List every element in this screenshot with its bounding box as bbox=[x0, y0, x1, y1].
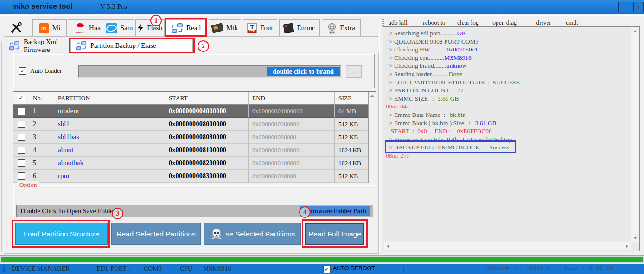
progress-fill bbox=[1, 257, 643, 262]
scroll-up-arrow[interactable] bbox=[631, 27, 639, 35]
annotation-step-2: 2 bbox=[198, 40, 209, 52]
loader-path-field[interactable]: double click to brand bbox=[78, 65, 341, 78]
tab-extra[interactable]: PTE Extra bbox=[322, 19, 361, 36]
globe-icon: PTE bbox=[327, 23, 337, 34]
table-scrollbar[interactable] bbox=[368, 92, 376, 183]
table-row[interactable]: 4 aboot 0x000000008100000 0x000000010000… bbox=[13, 144, 368, 157]
status-cpu-label: CPU : bbox=[180, 265, 196, 273]
tab-emmc[interactable]: Emmc bbox=[279, 19, 320, 36]
log-line: START : 0x0 END : 0xE6FFBC00 bbox=[389, 127, 628, 135]
statusbar-grip[interactable] bbox=[3, 265, 5, 272]
row-checkbox[interactable] bbox=[18, 108, 25, 115]
menu-grip[interactable] bbox=[382, 19, 384, 26]
erase-selected-partitions-button[interactable]: se Selected Partitions bbox=[204, 223, 301, 245]
col-header-no: No. bbox=[29, 92, 54, 105]
tab-sam[interactable]: Sam bbox=[104, 19, 134, 36]
menu-cmd[interactable]: cmd: bbox=[566, 19, 578, 26]
status-edl-port-value: COM3 bbox=[144, 265, 162, 273]
table-row[interactable]: 5 abootbak 0x000000008200000 0x000000010… bbox=[13, 157, 368, 170]
scroll-right-arrow[interactable] bbox=[623, 242, 631, 250]
tab-mtk[interactable]: Mtk bbox=[209, 19, 241, 36]
table-row[interactable]: 6 rpm 0x000000008300000 0x000000080000 5… bbox=[13, 170, 368, 183]
log-panel: > Searching edl port...........OK > QDLO… bbox=[383, 26, 640, 251]
samsung-logo-icon bbox=[106, 23, 117, 33]
log-line: > QDLOADER 9008 PORT COM3 bbox=[389, 38, 628, 46]
app-title: miko service tool bbox=[12, 2, 73, 11]
table-row[interactable]: 2 sbl1 0x000000008000000 0x0000000080000… bbox=[13, 118, 368, 131]
menu-adb-kill[interactable]: adb kill bbox=[389, 19, 408, 26]
log-line: > PARTITION COUNT : 27 bbox=[389, 86, 628, 95]
tab-hua[interactable]: HUAWEI Hua bbox=[68, 19, 108, 36]
tab-mi[interactable]: mi Mi bbox=[32, 19, 67, 36]
row-checkbox[interactable] bbox=[18, 121, 25, 128]
tab-font[interactable]: T TTF Font bbox=[243, 19, 277, 36]
status-cpu-value: MSM8916 bbox=[203, 265, 231, 273]
table-row[interactable]: 3 sbl1bak 0x000000008080000 0x0000000800… bbox=[13, 131, 368, 144]
row-checkbox[interactable] bbox=[18, 147, 25, 154]
left-groove-1 bbox=[1, 41, 2, 252]
skull-icon bbox=[210, 228, 223, 240]
auto-reboot-checkbox[interactable] bbox=[323, 266, 331, 273]
scroll-up-arrow[interactable] bbox=[369, 92, 376, 100]
browse-button[interactable]: ... bbox=[346, 65, 362, 78]
log-line: > Emmc Data Name : bk.bin bbox=[389, 111, 628, 119]
select-all-checkbox[interactable] bbox=[18, 95, 25, 102]
option-legend: Option bbox=[17, 181, 39, 189]
row-checkbox[interactable] bbox=[18, 134, 25, 141]
annotation-step-4: 4 bbox=[299, 206, 311, 218]
tab-label: Mi bbox=[52, 24, 61, 32]
menu-driver[interactable]: driver bbox=[536, 19, 551, 26]
tab-label: Mtk bbox=[226, 24, 238, 32]
auto-loader-checkbox[interactable] bbox=[19, 67, 26, 75]
ttf-font-icon: T TTF bbox=[247, 23, 257, 33]
menu-reboot-to[interactable]: reboot to bbox=[423, 19, 445, 26]
app-version: V 5.3 Pro bbox=[100, 3, 127, 11]
auto-reboot-label: AUTO REBOOT bbox=[333, 265, 375, 272]
title-bar: miko service tool V 5.3 Pro x bbox=[0, 0, 644, 14]
log-menu: adb kill reboot to clear log open diag d… bbox=[389, 19, 578, 26]
mtk-chip-icon bbox=[211, 23, 223, 33]
save-folder-hint: Double Click To Open Save Folder ! bbox=[17, 207, 119, 215]
table-row[interactable]: 1 modem 0x000000004000000 0x000000040000… bbox=[13, 105, 368, 118]
col-header-size: SIZE bbox=[335, 92, 368, 105]
scroll-down-arrow[interactable] bbox=[631, 234, 639, 242]
annotation-step-1: 1 bbox=[150, 15, 162, 26]
partition-table: No. PARTITION START END SIZE 1 modem 0x0… bbox=[13, 91, 376, 183]
log-vertical-scrollbar[interactable] bbox=[631, 27, 639, 242]
menu-clear-log[interactable]: clear log bbox=[457, 19, 479, 26]
status-size: Size : 3.61 GB bbox=[565, 265, 613, 272]
status-sector-progress: 7569344 / 7569375 bbox=[485, 265, 551, 272]
progress-bar bbox=[0, 255, 644, 263]
row-checkbox[interactable] bbox=[18, 159, 25, 167]
statusbar-grip[interactable] bbox=[402, 266, 404, 272]
log-line: > Checking brand........unknow bbox=[389, 62, 628, 70]
minimize-button[interactable] bbox=[618, 2, 633, 12]
option-groupbox: Option Double Click To Open Save Folder … bbox=[13, 185, 376, 221]
save-folder-field[interactable]: Double Click To Open Save Folder ! Firmw… bbox=[16, 205, 373, 217]
tab-label: Extra bbox=[340, 24, 355, 32]
log-line: > LOAD PARTITION STRUCTURE : SUCCESS bbox=[389, 78, 628, 87]
annotation-box-read-full-button bbox=[302, 219, 368, 248]
sync-db-icon bbox=[9, 41, 20, 51]
read-selected-partitions-button[interactable]: Read Selected Partitions bbox=[111, 223, 201, 245]
tab-label: Font bbox=[260, 24, 273, 32]
subtab-backup-xml-firmware[interactable]: Backup Xml Firmware bbox=[4, 39, 70, 52]
row-checkbox[interactable] bbox=[18, 172, 25, 180]
annotation-step-3: 3 bbox=[112, 208, 123, 219]
titlebar-divider bbox=[0, 15, 644, 16]
tools-icon[interactable] bbox=[10, 22, 22, 34]
annotation-box-backup-success bbox=[385, 140, 516, 153]
brand-hint[interactable]: double click to brand bbox=[267, 67, 340, 76]
log-horizontal-scrollbar[interactable] bbox=[384, 242, 631, 250]
menu-open-diag[interactable]: open diag bbox=[492, 19, 517, 26]
close-button[interactable]: x bbox=[633, 2, 644, 12]
annotation-box-partition-tab bbox=[69, 38, 195, 53]
loader-groupbox: Auto Loader double click to brand ... bbox=[13, 54, 375, 88]
tab-label: Sam bbox=[121, 24, 133, 32]
log-line: > Checking cpu..........MSM8916 bbox=[389, 54, 628, 62]
log-line: > EMMC SIZE : 3.61 GB bbox=[389, 95, 628, 103]
subtab-label: Backup Xml Firmware bbox=[24, 38, 64, 54]
tab-label: Emmc bbox=[297, 24, 315, 32]
scroll-left-arrow[interactable] bbox=[384, 242, 392, 250]
tab-label: Hua bbox=[89, 24, 101, 32]
